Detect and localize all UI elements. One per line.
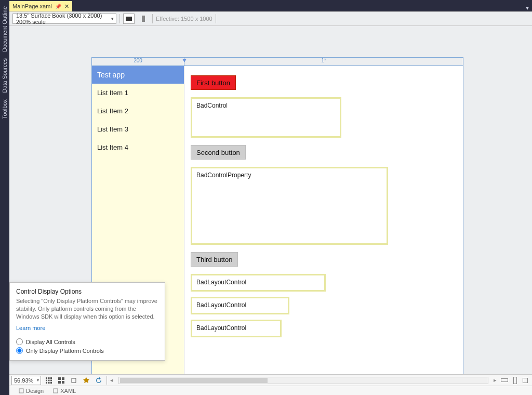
nav-item[interactable]: List Item 2 <box>92 102 184 120</box>
ruler-horizontal: 200 1* <box>91 57 463 65</box>
orientation-portrait-button[interactable] <box>138 14 149 24</box>
radio-display-all[interactable]: Display All Controls <box>16 338 158 345</box>
device-combo[interactable]: 13.5" Surface Book (3000 x 2000) 200% sc… <box>12 14 116 24</box>
radio-only-platform[interactable]: Only Display Platform Controls <box>16 347 158 354</box>
snap-icon[interactable] <box>69 376 78 385</box>
svg-rect-11 <box>50 382 52 384</box>
svg-rect-7 <box>48 379 50 381</box>
learn-more-link[interactable]: Learn more <box>16 325 45 331</box>
svg-rect-1 <box>142 16 145 22</box>
toolwell-tab-document-outline[interactable]: Document Outline <box>1 5 8 53</box>
toolbar-separator <box>152 14 153 23</box>
pin-icon[interactable]: 📌 <box>55 4 61 9</box>
radio-only-platform-label: Only Display Platform Controls <box>26 348 104 354</box>
zoom-combo[interactable]: 56.93% <box>11 376 41 385</box>
ruler-marker-icon[interactable] <box>182 58 187 63</box>
svg-rect-5 <box>50 377 52 379</box>
radio-only-platform-input[interactable] <box>16 347 23 354</box>
ruler-label-left: 200 <box>134 58 142 63</box>
app-title: Test app <box>92 66 184 84</box>
close-tab-icon[interactable]: ✕ <box>64 3 69 10</box>
split-tab-xaml[interactable]: XAML <box>53 388 76 394</box>
svg-rect-0 <box>126 17 132 21</box>
svg-rect-9 <box>46 382 47 384</box>
second-button[interactable]: Second button <box>191 145 246 160</box>
bad-control-property-box[interactable]: BadControlProperty <box>191 167 388 245</box>
svg-rect-3 <box>46 377 47 379</box>
status-bar: 56.93% ◂ ▸ <box>9 374 532 386</box>
tool-well: Document Outline Data Sources Toolbox <box>0 0 9 395</box>
pane-layout-vertical-icon[interactable] <box>510 376 520 385</box>
design-viewport[interactable]: 200 1* Test app List Item 1 List Item 2 … <box>9 26 532 374</box>
pane-layout-buttons <box>500 376 530 385</box>
nav-item[interactable]: List Item 1 <box>92 84 184 102</box>
popup-body: Selecting "Only Display Platform Control… <box>16 297 158 321</box>
content-pane: First button BadControl Second button Ba… <box>184 66 463 374</box>
device-combo-text: 13.5" Surface Book (3000 x 2000) 200% sc… <box>16 12 113 25</box>
third-button[interactable]: Third button <box>191 252 238 267</box>
toolbar-separator <box>119 14 120 23</box>
refresh-icon[interactable] <box>94 376 103 385</box>
bad-layout-box[interactable]: BadLayoutControl <box>191 320 282 337</box>
svg-marker-17 <box>83 377 89 383</box>
svg-rect-4 <box>48 377 50 379</box>
horizontal-scrollbar[interactable] <box>118 377 488 384</box>
statusbar-separator <box>107 376 107 385</box>
scroll-right-icon[interactable]: ▸ <box>494 377 497 384</box>
svg-rect-13 <box>62 377 64 380</box>
document-tab[interactable]: MainPage.xaml 📌 ✕ <box>9 1 72 11</box>
bad-layout-box[interactable]: BadLayoutControl <box>191 274 326 292</box>
toolwell-tab-toolbox[interactable]: Toolbox <box>1 98 8 120</box>
bad-layout-box[interactable]: BadLayoutControl <box>191 297 289 314</box>
document-tab-label: MainPage.xaml <box>12 3 52 9</box>
zoom-value: 56.93% <box>14 377 33 384</box>
toolbar-separator <box>216 14 216 23</box>
pane-layout-single-icon[interactable] <box>521 376 530 385</box>
svg-rect-18 <box>19 389 23 393</box>
svg-rect-6 <box>46 379 47 381</box>
toolwell-tab-data-sources[interactable]: Data Sources <box>1 57 8 94</box>
design-xaml-split: Design XAML <box>9 386 532 395</box>
nav-item[interactable]: List Item 4 <box>92 138 184 156</box>
split-tab-design-label: Design <box>26 388 44 394</box>
radio-display-all-input[interactable] <box>16 338 23 345</box>
svg-rect-19 <box>54 389 58 393</box>
svg-rect-10 <box>48 382 50 384</box>
radio-display-all-label: Display All Controls <box>26 339 75 345</box>
bad-control-box[interactable]: BadControl <box>191 97 341 138</box>
pane-layout-horizontal-icon[interactable] <box>500 376 509 385</box>
document-tab-row: MainPage.xaml 📌 ✕ ▾ <box>9 0 532 11</box>
grid2-icon[interactable] <box>57 376 66 385</box>
design-toolbar: 13.5" Surface Book (3000 x 2000) 200% sc… <box>9 11 532 26</box>
scroll-left-icon[interactable]: ◂ <box>110 377 113 384</box>
grid3-icon[interactable] <box>44 376 54 385</box>
popup-title: Control Display Options <box>16 288 158 295</box>
designer-host: MainPage.xaml 📌 ✕ ▾ 13.5" Surface Book (… <box>9 0 532 395</box>
svg-rect-12 <box>58 377 61 380</box>
effective-resolution-label: Effective: 1500 x 1000 <box>156 16 212 22</box>
horizontal-scrollbar-thumb[interactable] <box>120 378 268 383</box>
orientation-landscape-button[interactable] <box>123 14 135 24</box>
svg-marker-2 <box>182 59 187 62</box>
control-display-options-popup: Control Display Options Selecting "Only … <box>9 282 165 361</box>
tab-overflow-icon[interactable]: ▾ <box>526 4 532 11</box>
split-tab-xaml-label: XAML <box>60 388 76 394</box>
first-button[interactable]: First button <box>191 75 236 90</box>
split-tab-design[interactable]: Design <box>19 388 44 394</box>
svg-rect-15 <box>62 381 64 384</box>
settings-icon[interactable] <box>82 376 91 385</box>
svg-rect-16 <box>72 378 76 383</box>
nav-item[interactable]: List Item 3 <box>92 120 184 138</box>
svg-rect-14 <box>58 381 61 384</box>
ruler-label-right: 1* <box>321 58 326 63</box>
svg-rect-8 <box>50 379 52 381</box>
